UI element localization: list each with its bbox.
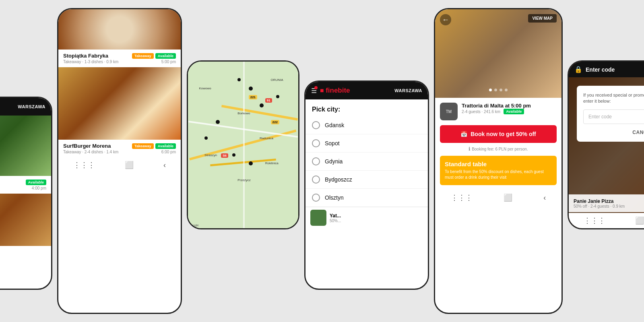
restaurant-image-1 <box>0 116 51 176</box>
nav-home-icon-6[interactable]: ⬜ <box>504 193 512 202</box>
detail-available-badge: Available <box>504 109 524 114</box>
map-label-kowowo: Kowowo <box>199 87 211 90</box>
map-label-orunia: ORUNIA <box>271 78 283 82</box>
radio-gdynia[interactable] <box>312 157 320 165</box>
nav-bar-6: ⋮⋮⋮ ⬜ ‹ <box>435 190 561 205</box>
road-badge-222: 222 <box>271 120 279 124</box>
radio-gdansk[interactable] <box>312 121 320 129</box>
booking-fee-info: ℹ Booking fee: 6 PLN per person. <box>440 146 557 152</box>
cancel-button[interactable]: CANCEL <box>632 130 644 135</box>
book-now-button[interactable]: 📅 Book now to get 50% off <box>440 125 557 143</box>
restaurant-card-1[interactable]: Stopiątka Fabryka Takeaway Available Tak… <box>58 50 181 67</box>
nav-bar-3: ⋮⋮⋮ ⬜ ‹ <box>58 157 181 173</box>
map-pin-7 <box>276 95 279 98</box>
menu-notification-dot-5 <box>314 86 318 89</box>
burger-food-image <box>58 67 181 140</box>
stopiata-food-image <box>58 9 181 50</box>
nav-home-icon-3[interactable]: ⬜ <box>125 161 134 169</box>
nav-back-icon-3[interactable]: ‹ <box>163 161 166 169</box>
view-map-button[interactable]: VIEW MAP <box>528 14 557 23</box>
phone-finebite-warszawa: ☰ ■ finebite WARSZAWA Yatta Vegan Ramen … <box>0 97 52 290</box>
city-option-bydgoszcz[interactable]: Bydgoszcz <box>305 171 428 189</box>
radio-sopot[interactable] <box>312 139 320 147</box>
code-input-field[interactable]: Enter code <box>583 109 644 124</box>
city-option-gdynia[interactable]: Gdynia <box>305 153 428 171</box>
map-road-white2 <box>243 62 245 228</box>
restaurant-name-stopiata: Stopiątka Fabryka Takeaway Available <box>63 53 176 59</box>
phone-map: 221 91 S6 222 Kowowo Borkowo Straszyn Ra… <box>187 60 299 229</box>
finebite-logo-5: ■ finebite <box>320 87 391 95</box>
pick-city-title: Pick city: <box>305 99 428 116</box>
back-arrow-button[interactable]: ← <box>440 14 451 25</box>
standard-table-title: Standard table <box>445 161 552 167</box>
detail-text-info: Trattoria di Malta at 5:00 pm 2-4 guests… <box>462 103 531 114</box>
city-picker-content: Pick city: Gdansk Sopot Gdynia Bydgoszcz… <box>305 99 428 207</box>
bottom-restaurant-name-7: Panie Janie Pizza 50% off · 2-4 guests ·… <box>574 198 625 208</box>
restaurant-image-2 <box>0 194 51 246</box>
map-label-przeżycz: Przeżycz <box>237 178 250 182</box>
map-view[interactable]: 221 91 S6 222 Kowowo Borkowo Straszyn Ra… <box>188 62 298 228</box>
dot-3 <box>500 89 502 91</box>
city-name-bydgoszcz: Bydgoszcz <box>325 176 352 183</box>
phone-enter-code: 🔒 Enter code If you received special or … <box>568 60 644 229</box>
seafood-image <box>435 9 561 98</box>
detail-content: TM Trattoria di Malta at 5:00 pm 2-4 gue… <box>435 98 561 190</box>
city-option-sopot[interactable]: Sopot <box>305 134 428 153</box>
detail-restaurant-avatar: TM <box>440 103 458 120</box>
dialog-description: If you received special or promotional c… <box>583 92 644 105</box>
detail-restaurant-name: Trattoria di Malta at 5:00 pm <box>462 103 531 109</box>
city-name-olsztyn: Olsztyn <box>325 194 344 201</box>
nav-back-icon-6[interactable]: ‹ <box>543 194 546 202</box>
dot-1 <box>489 89 492 91</box>
google-attribution: Google <box>190 224 199 227</box>
restaurant-info-1[interactable]: Yatta Vegan Ramen Available 50% off · 2 … <box>0 176 51 194</box>
nav-menu-icon-7[interactable]: ⋮⋮⋮ <box>584 216 605 225</box>
dot-4 <box>505 89 508 91</box>
nav-menu-icon-3[interactable]: ⋮⋮⋮ <box>73 161 95 169</box>
detail-sub-row: 2-4 guests · 241.6 km Available <box>462 109 531 114</box>
burger-image <box>58 67 181 140</box>
restaurant-sub-stopiata: Takeaway · 1-3 dishes · 0.9 km 5:00 pm <box>63 60 176 64</box>
phone-pick-city: ☰ ■ finebite WARSZAWA Pick city: Gdansk … <box>304 80 429 290</box>
map-pin-2 <box>249 87 253 91</box>
dialog-actions: CANCEL DONE <box>583 130 644 135</box>
hamburger-menu-icon-5[interactable]: ☰ <box>311 87 317 95</box>
city-label-5: WARSZAWA <box>394 88 422 93</box>
bottom-restaurant-sub: 50%... <box>330 219 341 223</box>
bottom-restaurant-info: Yat... 50%... <box>330 213 341 223</box>
map-pin-4 <box>216 120 220 124</box>
food-image-green <box>0 116 51 176</box>
map-pin-8 <box>232 153 235 157</box>
bottom-restaurant-partial: Yat... 50%... <box>305 207 428 228</box>
detail-guest-info: 2-4 guests · 241.6 km <box>462 109 500 114</box>
available-badge-2: Available <box>155 143 176 149</box>
phone-restaurant-detail: ← VIEW MAP TM Trattoria di Malta at 5:00… <box>434 8 563 314</box>
city-name-gdansk: Gdansk <box>325 122 344 128</box>
bottom-row-7: Panie Janie Pizza 50% off · 2-4 guests ·… <box>574 198 644 209</box>
standard-table-text: To benefit from the 50% discount on dish… <box>445 169 552 180</box>
food-image-indian <box>0 194 51 246</box>
image-dots-indicator <box>435 89 561 91</box>
nav-home-icon-7[interactable]: ⬜ <box>635 216 644 225</box>
available-badge-1: Available <box>155 53 176 59</box>
nav-bar-7: ⋮⋮⋮ ⬜ ‹ <box>569 213 644 228</box>
city-option-olsztyn[interactable]: Olsztyn <box>305 189 428 207</box>
restaurant-card-2[interactable]: SurfBurger Morena Takeaway Available Tak… <box>58 140 181 157</box>
city-option-gdansk[interactable]: Gdansk <box>305 116 428 134</box>
enter-code-dialog: If you received special or promotional c… <box>577 86 644 142</box>
avatar-placeholder: TM <box>440 103 458 120</box>
standard-table-section: Standard table To benefit from the 50% d… <box>440 156 557 185</box>
book-icon: 📅 <box>460 131 467 137</box>
radio-bydgoszcz[interactable] <box>312 175 320 184</box>
city-label: WARSZAWA <box>18 104 45 109</box>
nav-menu-icon-6[interactable]: ⋮⋮⋮ <box>451 193 473 202</box>
nav-bar-4: ⋮⋮⋮ ⬜ ‹ <box>188 228 298 229</box>
road-badge-221: 221 <box>249 95 257 99</box>
finebite-logo: ■ finebite <box>0 103 14 111</box>
radio-olsztyn[interactable] <box>312 194 320 202</box>
restaurant-sub-surfburger: Takeaway · 2-4 dishes · 1.4 km 6:00 pm <box>63 150 176 154</box>
map-label-straszyn: Straszyn <box>204 153 217 157</box>
detail-restaurant-image: ← VIEW MAP <box>435 9 561 98</box>
top-food-image <box>58 9 181 50</box>
map-pin-1 <box>260 103 264 107</box>
